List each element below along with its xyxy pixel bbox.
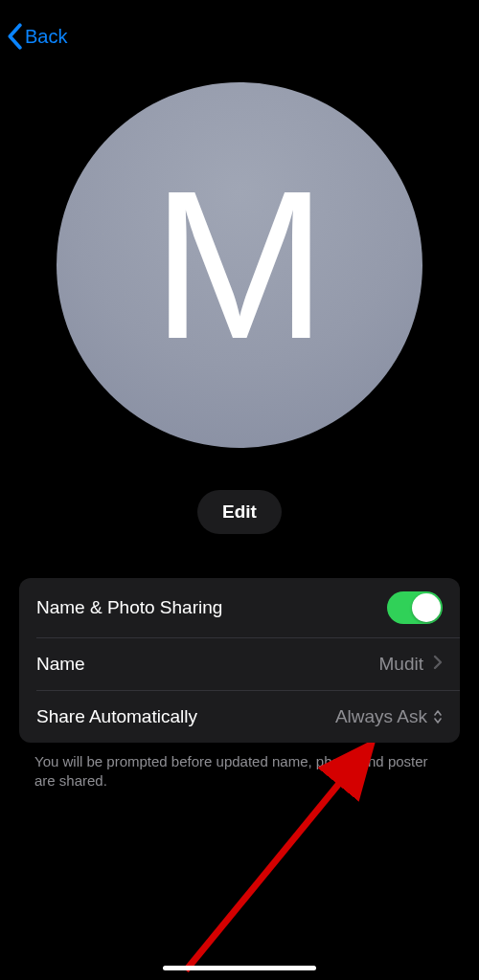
chevron-right-icon xyxy=(433,654,443,675)
name-value-wrap: Mudit xyxy=(379,654,443,675)
nav-bar: Back xyxy=(0,0,479,73)
row-name[interactable]: Name Mudit xyxy=(19,638,460,690)
sharing-toggle[interactable] xyxy=(387,591,443,624)
avatar-container: M xyxy=(0,82,479,448)
edit-button[interactable]: Edit xyxy=(197,490,282,534)
toggle-knob xyxy=(412,593,441,622)
share-auto-value: Always Ask xyxy=(335,706,427,727)
chevron-left-icon xyxy=(6,23,23,50)
edit-row: Edit xyxy=(0,490,479,534)
back-button[interactable]: Back xyxy=(6,23,67,50)
row-name-photo-sharing: Name & Photo Sharing xyxy=(19,578,460,637)
back-label: Back xyxy=(25,26,67,48)
row-share-automatically[interactable]: Share Automatically Always Ask xyxy=(19,691,460,743)
avatar-initial: M xyxy=(151,160,327,370)
share-auto-value-wrap: Always Ask xyxy=(335,706,443,727)
home-indicator[interactable] xyxy=(163,966,316,970)
name-value: Mudit xyxy=(379,654,423,675)
updown-icon xyxy=(433,709,443,724)
footer-text: You will be prompted before updated name… xyxy=(34,752,445,791)
sharing-label: Name & Photo Sharing xyxy=(36,597,222,618)
share-auto-label: Share Automatically xyxy=(36,706,197,727)
name-label: Name xyxy=(36,654,85,675)
avatar[interactable]: M xyxy=(57,82,422,448)
settings-group: Name & Photo Sharing Name Mudit Share Au… xyxy=(19,578,460,743)
